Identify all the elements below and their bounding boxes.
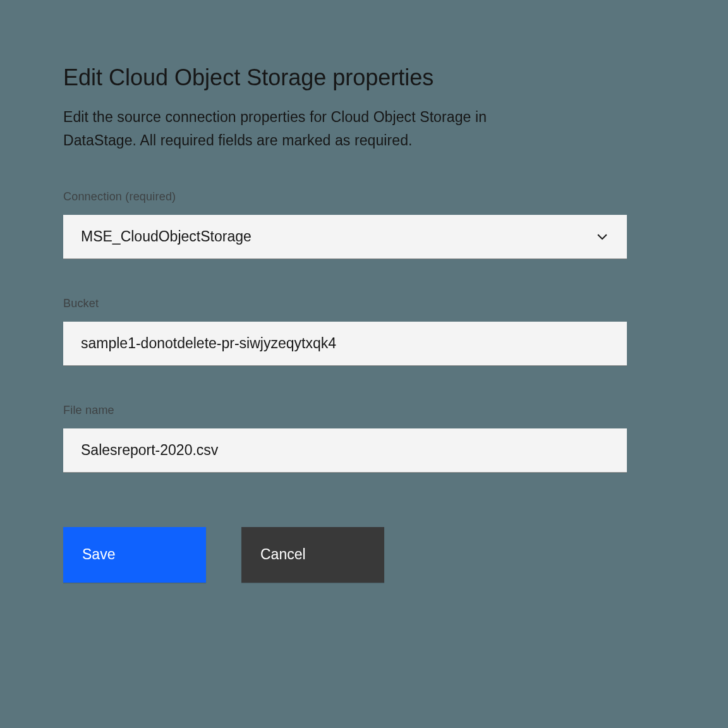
bucket-label: Bucket [63, 297, 627, 310]
edit-properties-panel: Edit Cloud Object Storage properties Edi… [63, 63, 627, 583]
bucket-field-group: Bucket [63, 297, 627, 366]
cancel-button[interactable]: Cancel [241, 527, 384, 583]
connection-label: Connection (required) [63, 190, 627, 203]
page-title: Edit Cloud Object Storage properties [63, 63, 627, 92]
bucket-input[interactable] [81, 322, 609, 365]
connection-value: MSE_CloudObjectStorage [81, 228, 252, 245]
filename-input-wrapper [63, 428, 627, 473]
connection-dropdown[interactable]: MSE_CloudObjectStorage [63, 215, 627, 259]
filename-field-group: File name [63, 404, 627, 473]
filename-input[interactable] [81, 428, 609, 472]
action-bar: Save Cancel [63, 527, 627, 583]
chevron-down-icon [595, 229, 609, 243]
connection-field-group: Connection (required) MSE_CloudObjectSto… [63, 190, 627, 259]
filename-label: File name [63, 404, 627, 417]
bucket-input-wrapper [63, 322, 627, 366]
save-button[interactable]: Save [63, 527, 206, 583]
page-subtitle: Edit the source connection properties fo… [63, 106, 531, 152]
